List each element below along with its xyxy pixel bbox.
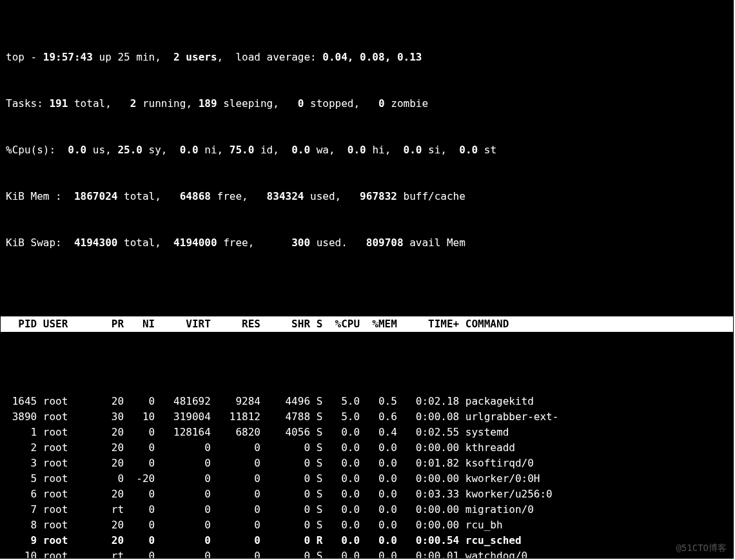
terminal-output[interactable]: top - 19:57:43 up 25 min, 2 users, load … (0, 0, 734, 559)
process-row: 3890 root 30 10 319004 11812 4788 S 5.0 … (6, 409, 733, 425)
watermark: @51CTO博客 (676, 540, 727, 555)
summary-line-uptime: top - 19:57:43 up 25 min, 2 users, load … (1, 50, 733, 65)
process-row: 3 root 20 0 0 0 0 S 0.0 0.0 0:01.82 ksof… (6, 456, 733, 471)
process-row: 5 root 0 -20 0 0 0 S 0.0 0.0 0:00.00 kwo… (6, 471, 733, 487)
summary-line-swap: KiB Swap: 4194300 total, 4194000 free, 3… (1, 235, 733, 251)
process-row: 7 root rt 0 0 0 0 S 0.0 0.0 0:00.00 migr… (6, 502, 733, 517)
process-row: 1645 root 20 0 481692 9284 4496 S 5.0 0.… (6, 394, 733, 409)
process-row: 8 root 20 0 0 0 0 S 0.0 0.0 0:00.00 rcu_… (6, 517, 733, 533)
summary-line-mem: KiB Mem : 1867024 total, 64868 free, 834… (1, 189, 733, 204)
summary-line-tasks: Tasks: 191 total, 2 running, 189 sleepin… (1, 96, 733, 111)
process-row: 2 root 20 0 0 0 0 S 0.0 0.0 0:00.00 kthr… (6, 440, 733, 456)
process-row: 1 root 20 0 128164 6820 4056 S 0.0 0.4 0… (6, 425, 733, 440)
process-table: 1645 root 20 0 481692 9284 4496 S 5.0 0.… (1, 394, 733, 559)
column-header-row: PID USER PR NI VIRT RES SHR S %CPU %MEM … (1, 316, 733, 332)
process-row: 10 root rt 0 0 0 0 S 0.0 0.0 0:00.01 wat… (6, 548, 733, 559)
process-row: 9 root 20 0 0 0 0 R 0.0 0.0 0:00.54 rcu_… (6, 533, 733, 548)
process-row: 6 root 20 0 0 0 0 S 0.0 0.0 0:03.33 kwor… (6, 487, 733, 502)
summary-line-cpu: %Cpu(s): 0.0 us, 25.0 sy, 0.0 ni, 75.0 i… (1, 142, 733, 158)
